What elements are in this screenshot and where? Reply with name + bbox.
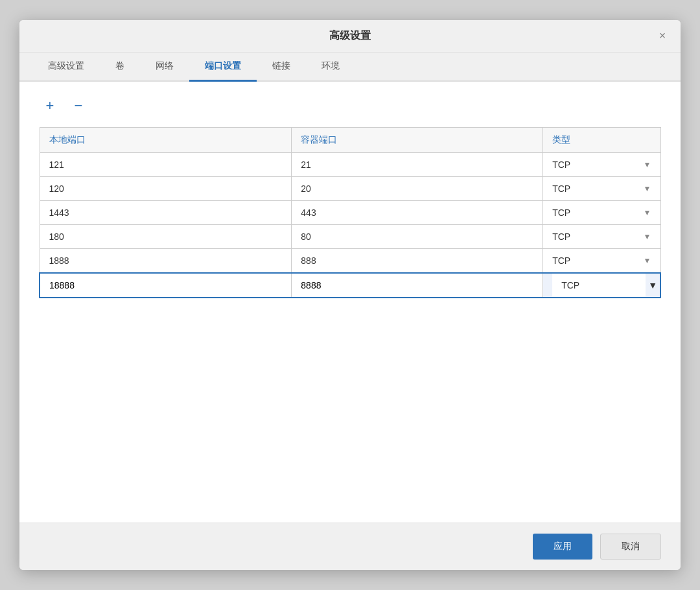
type-value: TCP bbox=[552, 159, 570, 170]
select-arrow-icon: ▼ bbox=[648, 280, 657, 290]
dropdown-arrow-icon: ▼ bbox=[644, 208, 651, 217]
table-row-edit[interactable]: TCP UDP ▼ bbox=[40, 273, 660, 298]
title-bar: 高级设置 × bbox=[19, 20, 681, 53]
tab-env[interactable]: 环境 bbox=[306, 53, 355, 82]
edit-local-input[interactable] bbox=[40, 274, 291, 297]
tab-ports[interactable]: 端口设置 bbox=[189, 53, 257, 82]
dropdown-arrow-icon: ▼ bbox=[644, 184, 651, 193]
tab-advanced[interactable]: 高级设置 bbox=[32, 53, 100, 82]
col-header-container: 容器端口 bbox=[292, 128, 543, 153]
table-header-row: 本地端口 容器端口 类型 bbox=[40, 128, 660, 153]
cell-container: 21 bbox=[292, 153, 543, 177]
dropdown-arrow-icon: ▼ bbox=[644, 232, 651, 241]
cancel-button[interactable]: 取消 bbox=[600, 534, 661, 560]
cell-container: 888 bbox=[292, 249, 543, 274]
type-value: TCP bbox=[552, 207, 570, 218]
type-value: TCP bbox=[552, 183, 570, 194]
edit-local-cell[interactable] bbox=[40, 273, 292, 298]
table-row: 12121TCP▼ bbox=[40, 153, 660, 177]
dialog: 高级设置 × 高级设置 卷 网络 端口设置 链接 环境 + − 本地端口 容器端… bbox=[19, 20, 681, 570]
dropdown-arrow-icon: ▼ bbox=[644, 256, 651, 265]
edit-type-select[interactable]: TCP UDP bbox=[552, 274, 646, 297]
remove-port-button[interactable]: − bbox=[67, 95, 89, 117]
table-row: 1888888TCP▼ bbox=[40, 249, 660, 274]
edit-container-input[interactable] bbox=[292, 274, 542, 297]
table-row: 12020TCP▼ bbox=[40, 177, 660, 201]
content-area: + − 本地端口 容器端口 类型 12121TCP▼12020TCP▼14434… bbox=[19, 82, 681, 523]
cell-type: TCP▼ bbox=[543, 249, 660, 274]
cell-container: 443 bbox=[292, 201, 543, 225]
cell-local: 120 bbox=[40, 177, 292, 201]
apply-button[interactable]: 应用 bbox=[533, 534, 592, 560]
edit-container-cell[interactable] bbox=[292, 273, 543, 298]
table-row: 18080TCP▼ bbox=[40, 225, 660, 249]
cell-container: 20 bbox=[292, 177, 543, 201]
footer: 应用 取消 bbox=[19, 523, 681, 570]
dialog-title: 高级设置 bbox=[329, 29, 371, 43]
cell-container: 80 bbox=[292, 225, 543, 249]
cell-type: TCP▼ bbox=[543, 201, 660, 225]
col-header-type: 类型 bbox=[543, 128, 660, 153]
col-header-local: 本地端口 bbox=[40, 128, 292, 153]
close-button[interactable]: × bbox=[655, 29, 670, 44]
cell-type: TCP▼ bbox=[543, 153, 660, 177]
tab-volumes[interactable]: 卷 bbox=[100, 53, 140, 82]
cell-local: 180 bbox=[40, 225, 292, 249]
cell-local: 121 bbox=[40, 153, 292, 177]
cell-type: TCP▼ bbox=[543, 225, 660, 249]
cell-local: 1443 bbox=[40, 201, 292, 225]
cell-type: TCP▼ bbox=[543, 177, 660, 201]
tab-bar: 高级设置 卷 网络 端口设置 链接 环境 bbox=[19, 53, 681, 82]
dropdown-arrow-icon: ▼ bbox=[644, 160, 651, 169]
type-value: TCP bbox=[552, 255, 570, 266]
add-port-button[interactable]: + bbox=[39, 95, 61, 117]
tab-network[interactable]: 网络 bbox=[140, 53, 189, 82]
type-value: TCP bbox=[552, 231, 570, 242]
toolbar: + − bbox=[39, 95, 661, 117]
port-table: 本地端口 容器端口 类型 12121TCP▼12020TCP▼1443443TC… bbox=[39, 127, 661, 298]
edit-type-cell[interactable]: TCP UDP ▼ bbox=[543, 273, 660, 298]
table-row: 1443443TCP▼ bbox=[40, 201, 660, 225]
cell-local: 1888 bbox=[40, 249, 292, 274]
tab-links[interactable]: 链接 bbox=[257, 53, 306, 82]
